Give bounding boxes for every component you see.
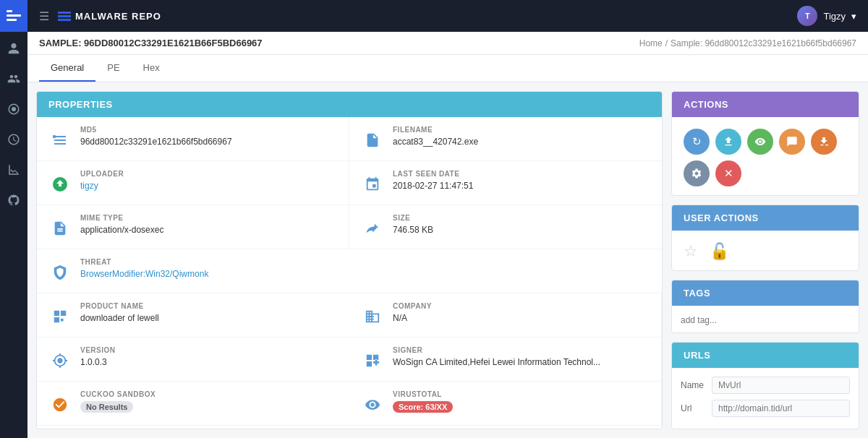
tabs-bar: General PE Hex [27,55,868,82]
cuckoo-icon [48,393,72,416]
breadcrumb-current: Sample: 96dd80012c33291e1621b66f5bd66967 [671,38,856,48]
version-icon [48,349,72,372]
actions-header: ACTIONS [672,92,859,117]
settings-button[interactable] [684,160,710,186]
prop-virustotal: VIRUSTOTAL Score: 63/XX [349,382,662,426]
tags-card: TAGS [671,280,859,333]
logo-icon [58,12,71,21]
cuckoo-value: No Results [80,401,338,413]
app-logo: MALWARE REPO [58,11,161,22]
mime-content: MIME TYPE application/x-dosexec [80,214,337,235]
user-actions-card: USER ACTIONS ☆ 🔓 [671,205,859,271]
upload-button[interactable] [811,129,837,155]
right-panel: ACTIONS ↻ [671,91,859,429]
threat-content: THREAT BrowserModifier:Win32/Qiwmonk [80,258,650,279]
sidebar-item-clock[interactable] [0,126,27,153]
svg-rect-5 [53,135,56,138]
url-name-label: Name [681,380,706,390]
signer-label: SIGNER [393,346,650,354]
filename-icon [361,129,384,152]
view-button[interactable] [747,129,773,155]
md5-content: MD5 96dd80012c33291e1621b66f5bd66967 [80,126,337,147]
filename-label: FILENAME [393,126,650,134]
tag-input[interactable] [681,315,850,325]
virustotal-value: Score: 63/XX [393,401,650,413]
version-content: VERSION 1.0.0.3 [80,346,338,367]
tags-body [672,306,859,333]
version-value: 1.0.0.3 [80,357,338,367]
company-content: COMPANY N/A [393,302,650,323]
tags-header: TAGS [672,280,859,306]
size-content: SIZE 746.58 KB [393,214,650,235]
sidebar-item-github[interactable] [0,186,27,214]
topbar: ☰ MALWARE REPO T Tigzy ▾ [27,0,868,32]
version-label: VERSION [80,346,338,354]
product-name-icon [48,305,72,328]
prop-size: SIZE 746.58 KB [349,205,662,249]
prop-version: VERSION 1.0.0.3 [37,338,349,382]
cuckoo-content: CUCKOO SANDBOX No Results [80,390,338,413]
prop-cuckoo: CUCKOO SANDBOX No Results [37,382,349,426]
url-url-input[interactable] [712,400,850,417]
user-actions-body: ☆ 🔓 [672,231,859,271]
prop-product-name: PRODUCT NAME downloader of lewell [37,293,349,338]
size-icon [361,217,384,240]
product-name-value: downloader of lewell [80,313,338,323]
filename-value: accat83__420742.exe [393,137,650,147]
url-name-input[interactable] [712,377,850,394]
last-seen-content: LAST SEEN DATE 2018-02-27 11:47:51 [393,170,650,191]
prop-pdb-path: PDB PATH N/A [37,426,662,429]
prop-filename: FILENAME accat83__420742.exe [349,117,662,161]
star-icon[interactable]: ☆ [684,242,698,261]
size-value: 746.58 KB [393,225,650,235]
virustotal-icon [361,393,384,416]
svg-point-4 [12,107,16,111]
mime-label: MIME TYPE [80,214,337,222]
uploader-icon [48,173,72,196]
username: Tigzy [823,11,846,22]
last-seen-value: 2018-02-27 11:47:51 [393,181,650,191]
company-label: COMPANY [393,302,650,310]
virustotal-label: VIRUSTOTAL [393,390,650,398]
download-button[interactable] [715,129,741,155]
unlock-icon[interactable]: 🔓 [710,242,729,261]
user-actions-header: USER ACTIONS [672,205,859,231]
md5-value: 96dd80012c33291e1621b66f5bd66967 [80,137,337,147]
sidebar-item-chart[interactable] [0,156,27,184]
prop-last-seen: LAST SEEN DATE 2018-02-27 11:47:51 [349,161,662,205]
threat-value: BrowserModifier:Win32/Qiwmonk [80,269,650,279]
urls-header: URLS [672,343,859,368]
cuckoo-badge: No Results [80,401,133,413]
svg-rect-2 [7,19,17,21]
main-area: ☰ MALWARE REPO T Tigzy ▾ SAMPLE: 96DD800… [27,0,868,438]
refresh-button[interactable]: ↻ [684,129,710,155]
properties-header: PROPERTIES [37,92,662,117]
filename-content: FILENAME accat83__420742.exe [393,126,650,147]
hamburger-icon[interactable]: ☰ [39,9,49,23]
sidebar-item-person[interactable] [0,35,27,62]
breadcrumb-home[interactable]: Home [639,38,663,48]
md5-label: MD5 [80,126,337,134]
delete-button[interactable]: ✕ [715,160,741,186]
user-menu[interactable]: T Tigzy ▾ [797,6,856,26]
prop-uploader: UPLOADER tigzy [37,161,349,205]
urls-body: Name Url [672,368,859,429]
mime-value: application/x-dosexec [80,225,337,235]
virustotal-content: VIRUSTOTAL Score: 63/XX [393,390,650,413]
signer-content: SIGNER WoSign CA Limited,Hefei Lewei Inf… [393,346,650,367]
tab-pe[interactable]: PE [95,55,131,82]
chevron-down-icon: ▾ [851,11,856,22]
tab-general[interactable]: General [39,55,95,82]
sidebar-item-circle[interactable] [0,95,27,123]
content-area: PROPERTIES MD5 96dd80012c33291e1621b66f5… [27,82,868,438]
product-name-content: PRODUCT NAME downloader of lewell [80,302,338,323]
actions-body: ↻ ✕ [672,117,859,196]
tab-hex[interactable]: Hex [132,55,171,82]
avatar: T [797,6,817,26]
url-url-label: Url [681,403,706,413]
url-url-row: Url [681,400,850,417]
prop-company: COMPANY N/A [349,293,662,338]
comment-button[interactable] [779,129,805,155]
sidebar-item-group[interactable] [0,65,27,93]
urls-card: URLS Name Url [671,342,859,429]
